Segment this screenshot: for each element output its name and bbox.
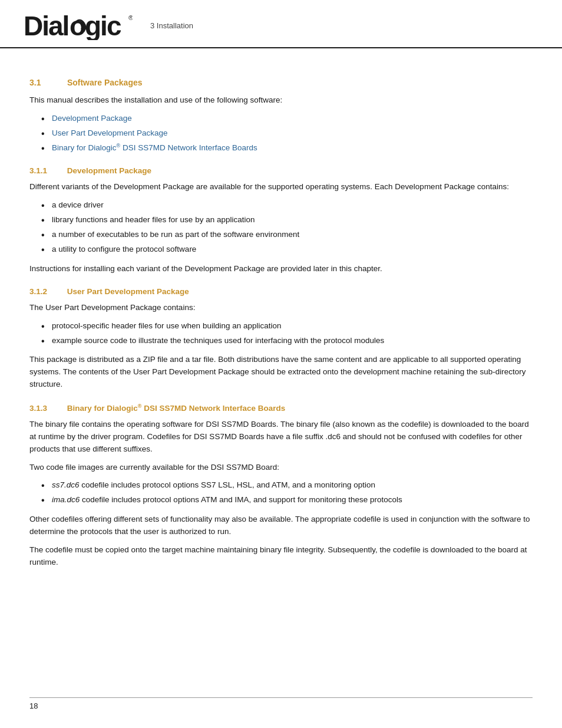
header-section-label: 3 Installation <box>150 21 193 30</box>
list-item: ss7.dc6 codefile includes protocol optio… <box>41 479 533 492</box>
svg-text:o: o <box>70 11 86 40</box>
section-title-3-1-3-prefix: Binary for Dialogic® DSI SS7MD Network I… <box>67 404 286 413</box>
section-3-1-2-bullets: protocol-specific header files for use w… <box>41 320 533 347</box>
link-binary-package[interactable]: Binary for Dialogic® DSI SS7MD Network I… <box>52 143 257 152</box>
italic-ima: ima.dc6 <box>52 495 80 504</box>
section-3-1-3-para1: The binary file contains the operating s… <box>29 419 533 456</box>
list-item: a device driver <box>41 199 533 212</box>
section-number-3-1-3: 3.1.3 <box>29 404 65 413</box>
section-3-1-2-footer: This package is distributed as a ZIP fil… <box>29 354 533 391</box>
italic-ss7: ss7.dc6 <box>52 480 80 489</box>
footer: 18 <box>29 697 533 710</box>
list-item: protocol-specific header files for use w… <box>41 320 533 332</box>
list-item: example source code to illustrate the te… <box>41 335 533 347</box>
list-item: a number of executables to be run as par… <box>41 229 533 241</box>
section-3-1-3: 3.1.3 Binary for Dialogic® DSI SS7MD Net… <box>29 403 533 569</box>
heading-3-1-1: 3.1.1 Development Package <box>29 166 533 175</box>
svg-text:®: ® <box>128 14 133 21</box>
section-number-3-1-1: 3.1.1 <box>29 166 65 175</box>
section-title-3-1: Software Packages <box>67 78 143 87</box>
section-3-1-links: Development Package User Part Developmen… <box>41 113 533 154</box>
link-user-part-package[interactable]: User Part Development Package <box>52 129 168 137</box>
section-number-3-1-2: 3.1.2 <box>29 287 65 296</box>
list-item: Binary for Dialogic® DSI SS7MD Network I… <box>41 142 533 154</box>
list-item: library functions and header files for u… <box>41 214 533 226</box>
list-item: ima.dc6 codefile includes protocol optio… <box>41 494 533 506</box>
section-3-1-3-para4: The codefile must be copied onto the tar… <box>29 544 533 569</box>
section-3-1-2-intro: The User Part Development Package contai… <box>29 302 533 314</box>
section-3-1-1-intro: Different variants of the Development Pa… <box>29 181 533 193</box>
list-item: a utility to configure the protocol soft… <box>41 243 533 256</box>
section-3-1-1: 3.1.1 Development Package Different vari… <box>29 166 533 275</box>
link-binary-heading[interactable]: Binary for Dialogic® DSI SS7MD Network I… <box>67 404 286 413</box>
section-title-3-1-1: Development Package <box>67 166 151 175</box>
section-3-1-intro: This manual describes the installation a… <box>29 94 533 107</box>
section-number-3-1: 3.1 <box>29 78 65 87</box>
heading-3-1: 3.1 Software Packages <box>29 78 533 87</box>
svg-text:gic: gic <box>85 11 121 40</box>
dialogic-logo-svg: Dial o gic ® <box>24 11 133 40</box>
link-dev-package[interactable]: Development Package <box>52 114 132 123</box>
section-3-1-2: 3.1.2 User Part Development Package The … <box>29 287 533 391</box>
section-3-1-1-bullets: a device driver library functions and he… <box>41 199 533 256</box>
heading-3-1-2: 3.1.2 User Part Development Package <box>29 287 533 296</box>
list-item: Development Package <box>41 113 533 125</box>
section-3-1: 3.1 Software Packages This manual descri… <box>29 78 533 154</box>
section-title-3-1-2: User Part Development Package <box>67 287 189 296</box>
section-3-1-3-bullets: ss7.dc6 codefile includes protocol optio… <box>41 479 533 506</box>
section-3-1-1-footer: Instructions for installing each variant… <box>29 263 533 275</box>
list-item: User Part Development Package <box>41 127 533 140</box>
page: Dial o gic ® 3 Installation 3.1 Software… <box>0 0 562 728</box>
logo: Dial o gic ® <box>24 11 133 40</box>
svg-text:Dial: Dial <box>24 11 68 40</box>
section-3-1-3-para2: Two code file images are currently avail… <box>29 462 533 474</box>
content: 3.1 Software Packages This manual descri… <box>0 48 562 598</box>
heading-3-1-3: 3.1.3 Binary for Dialogic® DSI SS7MD Net… <box>29 403 533 413</box>
header: Dial o gic ® 3 Installation <box>0 0 562 48</box>
page-number: 18 <box>29 701 38 710</box>
section-3-1-3-para3: Other codefiles offering different sets … <box>29 513 533 538</box>
